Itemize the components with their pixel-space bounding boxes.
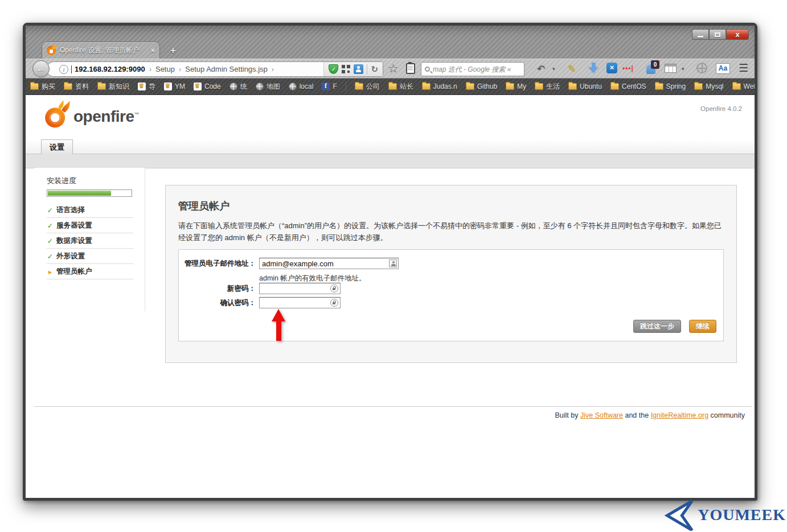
extension-ghost-icon[interactable]: 0 bbox=[646, 64, 655, 74]
bookmark-label: 公司 bbox=[366, 82, 380, 92]
undo-icon[interactable]: ↶ bbox=[537, 63, 545, 75]
tab-title: Openfire 设置: 管理员帐户 bbox=[60, 46, 146, 55]
password-lock-icon[interactable] bbox=[330, 299, 338, 307]
new-password-field[interactable] bbox=[259, 283, 341, 294]
search-box[interactable] bbox=[421, 62, 524, 76]
bookmark-item[interactable]: Mysql bbox=[694, 83, 723, 90]
footer-text: and the bbox=[623, 411, 651, 419]
password-lock-icon[interactable] bbox=[330, 284, 338, 292]
divider bbox=[367, 64, 367, 75]
grid-dropdown-icon[interactable]: ▾ bbox=[682, 66, 684, 72]
overflow-dots-icon[interactable]: •••| bbox=[622, 64, 634, 72]
security-shield-icon[interactable]: ✓ bbox=[329, 64, 338, 74]
bookmark-item[interactable] bbox=[346, 81, 346, 92]
skip-step-button[interactable]: 跳过这一步 bbox=[633, 320, 681, 333]
step-status-icon bbox=[47, 267, 54, 275]
main-panel: 管理员帐户 请在下面输入系统管理员帐户（“admin”的用户名）的设置。为该帐户… bbox=[165, 185, 737, 363]
step-label: 语言选择 bbox=[56, 205, 85, 215]
bookmark-item[interactable]: 统 bbox=[229, 82, 247, 92]
hamburger-menu-icon[interactable]: ☰ bbox=[739, 61, 748, 75]
download-arrow-icon[interactable] bbox=[588, 63, 600, 74]
back-button[interactable]: ← bbox=[32, 60, 50, 77]
bookmark-label: Spring bbox=[666, 83, 686, 90]
bookmark-icon bbox=[388, 83, 397, 90]
maximize-button[interactable] bbox=[709, 29, 726, 40]
url-action-icons: ✓ ↻ bbox=[323, 62, 383, 76]
bookmark-icon bbox=[322, 83, 330, 90]
highlighter-icon[interactable]: ✎ bbox=[568, 63, 576, 75]
openfire-version: Openfire 4.0.2 bbox=[700, 105, 742, 112]
bookmark-item[interactable]: 导 bbox=[138, 82, 155, 92]
url-crumb[interactable]: Setup Admin Settings.jsp bbox=[185, 65, 268, 73]
bookmark-item[interactable]: 公司 bbox=[355, 82, 380, 92]
bookmark-star-icon[interactable]: ☆ bbox=[388, 62, 399, 76]
footer-divider bbox=[34, 406, 752, 407]
progress-bar bbox=[47, 189, 132, 197]
bookmark-icon bbox=[732, 83, 741, 90]
reload-icon[interactable]: ↻ bbox=[371, 64, 378, 75]
table-grid-icon[interactable] bbox=[665, 64, 677, 73]
url-bar[interactable]: i 192.168.92.129:9090 › Setup › Setup Ad… bbox=[46, 61, 383, 77]
setup-step: 语言选择 bbox=[47, 203, 133, 218]
url-crumb[interactable]: Setup bbox=[155, 65, 175, 73]
bookmark-item[interactable]: local bbox=[289, 83, 314, 90]
bookmark-item[interactable]: F bbox=[322, 83, 337, 90]
annotation-arrow-icon bbox=[270, 309, 287, 342]
new-password-label: 新密码： bbox=[179, 284, 256, 294]
page-description: 请在下面输入系统管理员帐户（“admin”的用户名）的设置。为该帐户选择一个不易… bbox=[178, 220, 723, 244]
setup-sidebar: 安装进度 语言选择 服务器设置 数据库设置 外形设置 bbox=[34, 168, 145, 311]
igniterealtime-link[interactable]: IgniteRealtime.org bbox=[651, 411, 708, 419]
bookmark-label: 生活 bbox=[546, 82, 560, 92]
new-tab-button[interactable]: + bbox=[166, 44, 181, 57]
bookmark-label: 导 bbox=[149, 82, 155, 92]
extension-badge: 0 bbox=[651, 60, 659, 69]
confirm-password-field[interactable] bbox=[259, 297, 341, 308]
browser-window: Openfire 设置: 管理员帐户 × + x ← i 192.168.92.… bbox=[23, 23, 757, 501]
qr-code-icon[interactable] bbox=[342, 65, 350, 73]
tab-close-icon[interactable]: × bbox=[150, 46, 155, 55]
bookmark-item[interactable]: 生活 bbox=[535, 82, 560, 92]
bookmark-item[interactable]: Github bbox=[466, 83, 497, 90]
bookmark-item[interactable]: CentOS bbox=[610, 83, 646, 90]
bookmark-item[interactable]: Spring bbox=[655, 83, 686, 90]
site-info-icon[interactable]: i bbox=[59, 65, 68, 74]
search-input[interactable] bbox=[433, 65, 520, 73]
identity-icon[interactable] bbox=[354, 64, 363, 74]
sub-nav-bar bbox=[26, 154, 755, 168]
crumb-separator-icon: › bbox=[148, 65, 153, 73]
titlebar[interactable]: Openfire 设置: 管理员帐户 × + x bbox=[26, 26, 755, 59]
step-label: 服务器设置 bbox=[56, 221, 92, 230]
step-status-icon bbox=[47, 206, 54, 215]
bookmark-item[interactable]: Code bbox=[194, 83, 221, 90]
bookmark-item[interactable]: 资料 bbox=[64, 82, 89, 92]
bookmark-item[interactable]: My bbox=[506, 83, 526, 90]
admin-email-field[interactable] bbox=[259, 258, 399, 269]
bookmark-item[interactable]: 购买 bbox=[30, 82, 55, 92]
undo-dropdown-icon[interactable]: ▾ bbox=[552, 66, 555, 72]
bookmark-label: Web框架 bbox=[744, 82, 755, 92]
bookmarks-panel-icon[interactable] bbox=[406, 63, 415, 74]
jive-software-link[interactable]: Jive Software bbox=[580, 411, 623, 419]
bookmark-item[interactable]: Ubuntu bbox=[568, 83, 602, 90]
footer-credit: Built by Jive Software and the IgniteRea… bbox=[555, 411, 745, 419]
bookmark-item[interactable]: 地图 bbox=[256, 82, 280, 92]
bookmark-item[interactable]: Judas.n bbox=[422, 83, 457, 90]
continue-button[interactable]: 继续 bbox=[689, 320, 716, 333]
bookmark-item[interactable]: 站长 bbox=[388, 82, 413, 92]
progress-title: 安装进度 bbox=[47, 176, 145, 186]
bookmark-item[interactable]: 新知识 bbox=[97, 82, 129, 92]
globe-icon[interactable] bbox=[696, 63, 707, 73]
bookmark-icon bbox=[164, 83, 172, 90]
url-host[interactable]: 192.168.92.129:9090 bbox=[75, 65, 145, 73]
autofill-person-icon[interactable] bbox=[389, 259, 397, 267]
bookmark-icon bbox=[30, 83, 39, 90]
bookmark-item[interactable]: YM bbox=[164, 83, 185, 90]
bookmark-label: My bbox=[517, 83, 526, 90]
minimize-button[interactable] bbox=[692, 29, 709, 40]
tab-setup[interactable]: 设置 bbox=[41, 139, 73, 154]
bookmark-item[interactable]: Web框架 bbox=[732, 82, 755, 92]
text-aa-icon[interactable]: Aa bbox=[716, 63, 730, 74]
xmarks-sync-icon[interactable]: × bbox=[606, 63, 617, 73]
close-button[interactable]: x bbox=[726, 29, 749, 40]
browser-tab[interactable]: Openfire 设置: 管理员帐户 × bbox=[42, 42, 160, 59]
